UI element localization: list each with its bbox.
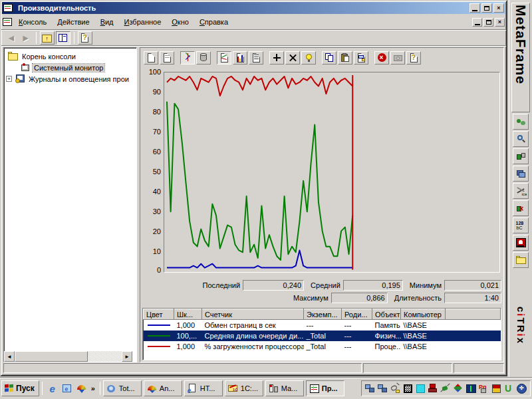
menu-view[interactable]: Вид — [95, 16, 119, 28]
view-current-activity-button[interactable] — [180, 51, 195, 65]
child-close-button[interactable]: × — [495, 18, 505, 27]
menu-console[interactable]: Консоль — [13, 16, 52, 28]
paste-counter-list-button[interactable] — [338, 51, 352, 65]
counter-color-swatch — [148, 346, 170, 347]
monitor-graph-icon[interactable] — [466, 383, 477, 394]
show-console-tree-button[interactable] — [56, 31, 70, 45]
mf-folder-button[interactable] — [513, 252, 529, 268]
legend-row-disk-queue[interactable]: 100,... Средняя длина очереди ди... _Tot… — [144, 331, 501, 341]
keyboard-grid-icon[interactable] — [402, 383, 414, 394]
col-computer[interactable]: Компьютер — [401, 309, 446, 320]
mf-alert-button[interactable] — [513, 235, 529, 251]
tree-horizontal-scrollbar[interactable]: ◄ ► — [4, 351, 132, 362]
series-#007f00 — [167, 102, 352, 260]
start-button[interactable]: Пуск — [1, 380, 39, 396]
series-#0000bb — [167, 250, 352, 267]
tree-item-system-monitor[interactable]: Системный монитор — [4, 62, 136, 73]
col-object[interactable]: Объект — [372, 309, 401, 320]
titlebar[interactable]: Производительность × — [2, 2, 505, 14]
legend-row-pages[interactable]: 1,000 Обмен страниц в сек --- --- Память… — [144, 320, 501, 331]
network-icon[interactable] — [364, 383, 376, 394]
scroll-left-icon[interactable]: ◄ — [4, 351, 15, 362]
chart-lines — [164, 72, 499, 272]
perfmon-help-button[interactable]: ? — [406, 51, 421, 65]
red-yellow-chart-icon[interactable] — [491, 383, 502, 394]
mf-disconnect-button[interactable]: × — [513, 200, 529, 216]
menu-action[interactable]: Действие — [52, 16, 94, 28]
task-an[interactable]: An... — [144, 380, 182, 396]
tree-item-logs-alerts[interactable]: + Журналы и оповещения прои — [4, 73, 136, 84]
console-tree-pane: Корень консоли Системный монитор + — [3, 47, 137, 362]
menu-help[interactable]: Справка — [194, 16, 233, 28]
view-report-button[interactable] — [249, 51, 263, 65]
legend-header-row[interactable]: Цвет Шк... Счетчик Экземп... Роди... Объ… — [144, 309, 501, 320]
delete-counter-button[interactable] — [285, 51, 300, 65]
quicklaunch-desktop-icon[interactable]: e — [61, 382, 73, 394]
view-chart-button[interactable] — [217, 51, 231, 65]
update-data-button[interactable] — [390, 51, 405, 65]
task-performance[interactable]: Пр... — [306, 380, 344, 396]
task-1c[interactable]: 1С1C:... — [225, 380, 263, 396]
stats-block: Последний 0,240 Средний 0,195 Минимум 0,… — [142, 279, 501, 305]
child-minimize-button[interactable] — [472, 18, 482, 27]
forward-icon[interactable]: ► — [19, 33, 33, 43]
mf-ica-button[interactable]: ica — [513, 183, 529, 199]
clear-display-button[interactable] — [160, 51, 174, 65]
tree-item-console-root[interactable]: Корень консоли — [4, 51, 136, 62]
properties-button[interactable] — [354, 51, 368, 65]
copy-properties-button[interactable] — [322, 51, 336, 65]
expand-plus-icon[interactable]: + — [6, 76, 12, 82]
mf-connect-button[interactable] — [513, 148, 529, 164]
min-value: 0,021 — [444, 280, 501, 291]
quicklaunch-ie-icon[interactable]: e — [47, 382, 59, 394]
activity-icon — [183, 53, 193, 63]
child-restore-button[interactable] — [483, 18, 493, 27]
view-log-data-button[interactable] — [196, 51, 211, 65]
freeze-display-button[interactable]: × — [374, 51, 389, 65]
chart-plot-area[interactable] — [164, 72, 500, 273]
power-plug-icon[interactable] — [440, 383, 452, 394]
database-cylinder-icon — [199, 53, 209, 63]
mf-keys-button[interactable] — [513, 114, 529, 130]
quicklaunch-chevron-icon[interactable]: » — [89, 384, 97, 392]
console-help-button[interactable]: ? — [78, 31, 92, 45]
cyan-square-icon[interactable] — [415, 383, 426, 394]
task-ht[interactable]: eHT... — [184, 380, 223, 396]
scrollbar-thumb[interactable] — [15, 351, 88, 362]
menu-favorites[interactable]: Избранное — [119, 16, 167, 28]
minimize-button[interactable] — [469, 3, 480, 13]
sync-circle-icon[interactable]: ✣ — [516, 383, 527, 394]
quicklaunch-rainbow-icon[interactable] — [76, 382, 88, 394]
col-scale[interactable]: Шк... — [174, 309, 202, 320]
add-counter-button[interactable] — [269, 51, 284, 65]
mf-encryption-button[interactable]: 128bC — [513, 217, 529, 233]
diamond-icon[interactable] — [453, 383, 464, 394]
red-device-icon[interactable] — [428, 383, 439, 394]
task-total-commander[interactable]: Tot... — [103, 380, 142, 396]
back-icon[interactable]: ◄ — [4, 33, 19, 43]
mf-windows-button[interactable] — [513, 166, 529, 182]
counter-color-swatch — [148, 325, 170, 326]
pg-icon[interactable]: Pg — [478, 383, 489, 394]
mf-find-button[interactable] — [513, 131, 529, 147]
restore-button[interactable] — [481, 3, 492, 13]
menu-window[interactable]: Окно — [166, 16, 194, 28]
scroll-right-icon[interactable]: ► — [122, 351, 132, 362]
view-histogram-button[interactable] — [233, 51, 247, 65]
chart-block: 100 90 80 70 60 50 40 30 20 10 0 — [142, 68, 501, 278]
col-parent[interactable]: Роди... — [342, 309, 372, 320]
network-icon-2[interactable] — [377, 383, 388, 394]
close-button[interactable]: × — [493, 3, 504, 13]
mouse-icon[interactable] — [390, 383, 401, 394]
dur-value: 1:40 — [444, 293, 501, 303]
new-counter-set-button[interactable] — [144, 51, 158, 65]
col-instance[interactable]: Экземп... — [304, 309, 342, 320]
col-counter[interactable]: Счетчик — [202, 309, 304, 320]
task-ma[interactable]: Ma... — [265, 380, 304, 396]
col-color[interactable]: Цвет — [144, 309, 174, 320]
legend-row-cpu[interactable]: 1,000 % загруженности процессора _Total … — [144, 341, 501, 352]
citrix-logo: ciTRix — [515, 307, 527, 344]
highlight-button[interactable] — [301, 51, 316, 65]
u-icon[interactable]: U — [503, 383, 515, 394]
up-one-level-button[interactable]: ↑ — [40, 31, 55, 45]
